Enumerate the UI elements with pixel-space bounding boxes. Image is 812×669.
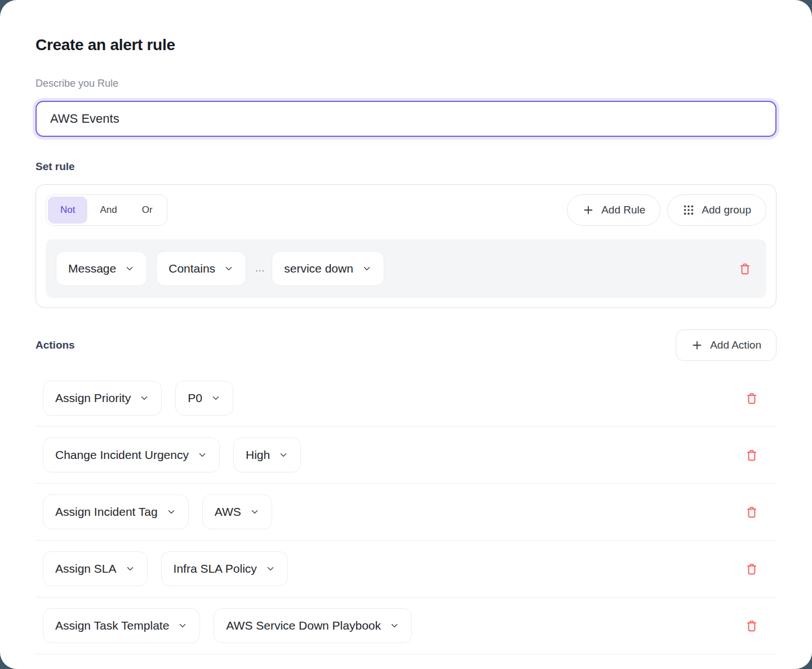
action-type-dropdown[interactable]: Assign SLA (43, 551, 148, 586)
set-rule-heading: Set rule (36, 160, 776, 173)
action-type-dropdown[interactable]: Assign Incident Tag (43, 494, 189, 529)
trash-icon (744, 448, 759, 462)
trash-icon (744, 561, 759, 576)
action-row: Assign Task Template AWS Service Down Pl… (36, 597, 776, 654)
add-rule-label: Add Rule (601, 204, 645, 216)
condition-operator-value: Contains (168, 262, 215, 275)
chevron-down-icon (139, 393, 149, 403)
add-group-button[interactable]: Add group (667, 194, 766, 226)
action-value-dropdown[interactable]: Infra SLA Policy (161, 551, 288, 586)
action-type-dropdown[interactable]: Change Incident Urgency (43, 438, 220, 472)
action-row: Assign Priority P0 (36, 370, 776, 427)
action-value-text: High (246, 448, 270, 462)
chevron-down-icon (166, 507, 176, 517)
condition-field-dropdown[interactable]: Message (56, 251, 147, 286)
delete-action-button[interactable] (740, 387, 763, 409)
rule-group-box: Not And Or Add Rule Add group (36, 184, 776, 308)
action-row: Assign SLA Infra SLA Policy (36, 541, 776, 597)
delete-action-button[interactable] (740, 558, 763, 580)
delete-condition-button[interactable] (734, 257, 756, 280)
chevron-down-icon (250, 507, 260, 517)
operator-toggle: Not And Or (46, 194, 167, 226)
rule-group-header: Not And Or Add Rule Add group (46, 194, 766, 226)
add-action-label: Add Action (710, 339, 761, 351)
action-type-value: Assign Incident Tag (55, 505, 158, 519)
grid-dots-icon (682, 204, 695, 216)
condition-operator-dropdown[interactable]: Contains (156, 251, 246, 286)
chevron-down-icon (125, 564, 135, 574)
action-row: Change Incident Urgency High (36, 427, 776, 484)
action-type-value: Assign SLA (55, 562, 117, 576)
plus-icon (582, 204, 594, 216)
action-value-text: AWS Service Down Playbook (226, 619, 381, 632)
condition-field-value: Message (68, 262, 116, 275)
chevron-down-icon (224, 264, 234, 274)
rule-name-input[interactable] (36, 101, 776, 137)
action-value-dropdown[interactable]: P0 (175, 381, 233, 416)
chevron-down-icon (125, 264, 135, 274)
add-action-button[interactable]: Add Action (676, 329, 776, 361)
chevron-down-icon (211, 393, 221, 403)
delete-action-button[interactable] (740, 614, 763, 637)
chevron-down-icon (389, 621, 400, 631)
condition-row: Message Contains ... service down (46, 239, 766, 298)
trash-icon (738, 261, 752, 276)
action-value-text: P0 (188, 391, 202, 405)
action-type-dropdown[interactable]: Assign Task Template (43, 608, 200, 643)
trash-icon (744, 505, 759, 519)
rule-name-label: Describe you Rule (36, 78, 776, 90)
condition-value-dropdown[interactable]: service down (272, 251, 384, 286)
add-group-label: Add group (702, 204, 751, 216)
delete-action-button[interactable] (740, 501, 763, 523)
add-rule-button[interactable]: Add Rule (567, 194, 660, 226)
operator-and-button[interactable]: And (87, 197, 129, 224)
action-type-value: Change Incident Urgency (55, 448, 189, 462)
plus-icon (691, 339, 703, 351)
action-type-value: Assign Priority (55, 391, 131, 405)
action-value-dropdown[interactable]: AWS Service Down Playbook (214, 608, 412, 643)
chevron-down-icon (197, 450, 207, 460)
trash-icon (744, 618, 759, 633)
action-type-dropdown[interactable]: Assign Priority (43, 381, 162, 416)
create-alert-rule-card: Create an alert rule Describe you Rule S… (0, 0, 812, 669)
chevron-down-icon (278, 450, 289, 460)
page-title: Create an alert rule (36, 36, 776, 54)
condition-separator: ... (255, 263, 265, 274)
action-value-text: AWS (215, 505, 241, 519)
action-type-value: Assign Task Template (55, 619, 169, 632)
delete-action-button[interactable] (740, 444, 763, 466)
chevron-down-icon (362, 264, 372, 274)
trash-icon (744, 391, 759, 405)
condition-value-text: service down (284, 262, 353, 275)
actions-header: Actions Add Action (36, 329, 776, 361)
actions-heading: Actions (36, 339, 75, 351)
action-value-text: Infra SLA Policy (174, 562, 257, 576)
operator-not-button[interactable]: Not (48, 197, 87, 224)
action-value-dropdown[interactable]: AWS (202, 494, 272, 529)
operator-or-button[interactable]: Or (130, 197, 165, 224)
action-value-dropdown[interactable]: High (233, 438, 301, 472)
chevron-down-icon (178, 621, 188, 631)
chevron-down-icon (265, 564, 276, 574)
action-row: Assign Incident Tag AWS (36, 484, 776, 541)
action-rows: Assign Priority P0 Change Incident Urgen… (36, 370, 776, 654)
